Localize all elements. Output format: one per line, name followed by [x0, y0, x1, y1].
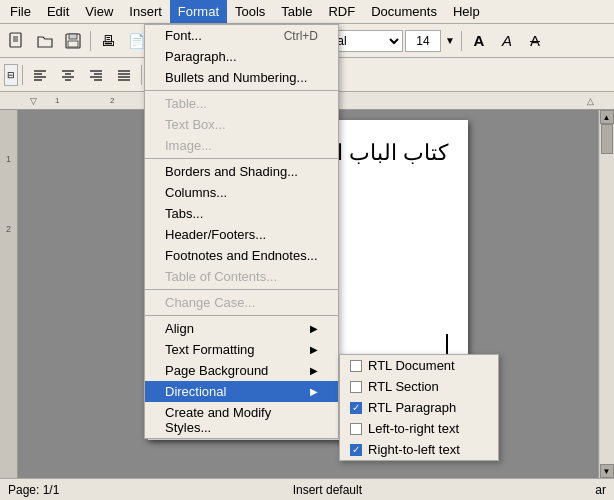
strikethrough-a-button[interactable]: A: [522, 28, 548, 54]
statusbar: Page: 1/1 Insert default ar: [0, 478, 614, 500]
font-size-down[interactable]: ▼: [443, 28, 457, 54]
scroll-down-button[interactable]: ▼: [600, 464, 614, 478]
new-button[interactable]: [4, 28, 30, 54]
font-size-input[interactable]: [405, 30, 441, 52]
sep-4: [145, 315, 338, 316]
scroll-up-button[interactable]: ▲: [600, 110, 614, 124]
open-button[interactable]: [32, 28, 58, 54]
menu-create-modify[interactable]: Create and Modify Styles...: [145, 402, 338, 438]
align-right-button[interactable]: [83, 62, 109, 88]
text-fmt-arrow: ▶: [310, 344, 318, 355]
menu-font[interactable]: Font... Ctrl+D: [145, 25, 338, 46]
separator1: [90, 31, 91, 51]
font-shortcut: Ctrl+D: [284, 29, 318, 43]
sep-3: [145, 289, 338, 290]
svg-rect-5: [69, 34, 77, 39]
menu-view[interactable]: View: [77, 0, 121, 23]
menu-help[interactable]: Help: [445, 0, 488, 23]
menu-changecase: Change Case...: [145, 292, 338, 313]
menu-tabs[interactable]: Tabs...: [145, 203, 338, 224]
menu-columns[interactable]: Columns...: [145, 182, 338, 203]
page-info: Page: 1/1: [8, 483, 59, 497]
menu-directional[interactable]: Directional ▶: [145, 381, 338, 402]
svg-rect-0: [10, 33, 21, 47]
menu-table-fmt: Table...: [145, 93, 338, 114]
insert-mode: Insert default: [293, 483, 362, 497]
scroll-thumb[interactable]: [601, 124, 613, 154]
sep-2: [145, 158, 338, 159]
page-num-1: 1: [6, 154, 11, 164]
menu-edit[interactable]: Edit: [39, 0, 77, 23]
page-bg-arrow: ▶: [310, 365, 318, 376]
ruler-marker-right: △: [587, 96, 594, 106]
directional-submenu: RTL Document RTL Section ✓ RTL Paragraph…: [339, 354, 499, 461]
rtl-doc-checkbox: [350, 360, 362, 372]
submenu-rtl-paragraph[interactable]: ✓ RTL Paragraph: [340, 397, 498, 418]
align-center-button[interactable]: [55, 62, 81, 88]
menu-bullets[interactable]: Bullets and Numbering...: [145, 67, 338, 88]
left-panel: 1 2: [0, 110, 18, 478]
menu-tools[interactable]: Tools: [227, 0, 273, 23]
svg-rect-6: [68, 41, 78, 47]
print-button[interactable]: 🖶: [95, 28, 121, 54]
scrollbar[interactable]: ▲ ▼: [598, 110, 614, 478]
ltr-text-checkbox: [350, 423, 362, 435]
menu-footnotes[interactable]: Footnotes and Endnotes...: [145, 245, 338, 266]
submenu-rtl-text[interactable]: ✓ Right-to-left text: [340, 439, 498, 460]
separator6: [461, 31, 462, 51]
menu-headerfooter[interactable]: Header/Footers...: [145, 224, 338, 245]
directional-arrow: ▶: [310, 386, 318, 397]
align-justify-button[interactable]: [111, 62, 137, 88]
menu-textbox: Text Box...: [145, 114, 338, 135]
sep-1: [145, 90, 338, 91]
rtl-text-checkbox: ✓: [350, 444, 362, 456]
format-menu: Font... Ctrl+D Paragraph... Bullets and …: [144, 24, 339, 439]
menu-toc: Table of Contents...: [145, 266, 338, 287]
rtl-section-checkbox: [350, 381, 362, 393]
menu-paragraph[interactable]: Paragraph...: [145, 46, 338, 67]
ruler-num-2: 2: [110, 96, 114, 105]
align-left-button[interactable]: [27, 62, 53, 88]
ruler-marker-left: ▽: [30, 96, 37, 106]
menu-table[interactable]: Table: [273, 0, 320, 23]
menu-documents[interactable]: Documents: [363, 0, 445, 23]
menu-page-background[interactable]: Page Background ▶: [145, 360, 338, 381]
submenu-rtl-section[interactable]: RTL Section: [340, 376, 498, 397]
margin-indicator: ⊟: [4, 64, 18, 86]
menu-rdf[interactable]: RDF: [320, 0, 363, 23]
menu-text-formatting[interactable]: Text Formatting ▶: [145, 339, 338, 360]
bold-a-button[interactable]: A: [466, 28, 492, 54]
menu-insert[interactable]: Insert: [121, 0, 170, 23]
save-button[interactable]: [60, 28, 86, 54]
submenu-ltr-text[interactable]: Left-to-right text: [340, 418, 498, 439]
submenu-rtl-doc[interactable]: RTL Document: [340, 355, 498, 376]
language-indicator: ar: [595, 483, 606, 497]
menu-file[interactable]: File: [2, 0, 39, 23]
menu-borders[interactable]: Borders and Shading...: [145, 161, 338, 182]
separator8: [141, 65, 142, 85]
menu-format[interactable]: Format: [170, 0, 227, 23]
rtl-paragraph-checkbox: ✓: [350, 402, 362, 414]
scroll-track: [600, 124, 614, 464]
menu-align[interactable]: Align ▶: [145, 318, 338, 339]
separator7: [22, 65, 23, 85]
ruler-num-1: 1: [55, 96, 59, 105]
align-arrow: ▶: [310, 323, 318, 334]
page-num-2: 2: [6, 224, 11, 234]
italic-a-button[interactable]: A: [494, 28, 520, 54]
menubar: File Edit View Insert Format Tools Table…: [0, 0, 614, 24]
menu-image: Image...: [145, 135, 338, 156]
